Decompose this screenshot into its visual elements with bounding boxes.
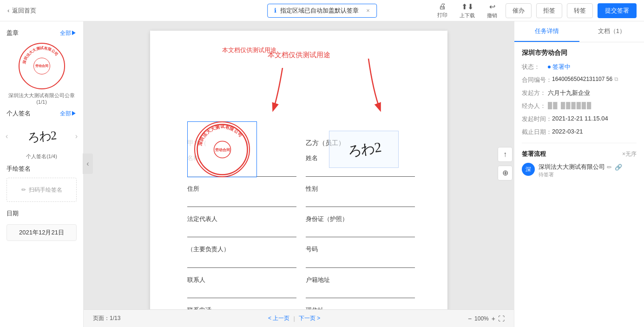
page-nav: < 上一页 | 下一页 >: [268, 314, 320, 322]
date-value[interactable]: 2021年12月21日: [7, 224, 77, 241]
divider: [522, 143, 637, 143]
left-collapse-button[interactable]: ‹: [83, 153, 93, 174]
info-row-send-time: 发起时间： 2021-12-21 11.15.04: [522, 115, 637, 123]
toast-close-button[interactable]: ×: [366, 7, 370, 14]
document-area[interactable]: 本文档仅供测试用途 本文档仅供测试用途: [84, 21, 514, 327]
company-stamp-item[interactable]: 深圳法大大测试有限公司 劳动合同 深圳法大大测试有限公司公章(1/1): [0, 40, 83, 107]
flow-info: 深圳法大大测试有限公司 ✏ 🔗 待签署: [539, 163, 637, 178]
back-arrow-icon: ‹: [7, 7, 9, 14]
transfer-button[interactable]: 转签: [567, 3, 593, 18]
seal-title: 盖章: [7, 29, 19, 37]
flow-status: 待签署: [539, 171, 637, 178]
document-page: 本文档仅供测试用途 本文档仅供测试用途: [150, 31, 447, 327]
info-row-sender: 发起方： 六月十九新企业: [522, 89, 637, 97]
upload-download-button[interactable]: ⬆⬇ 上下载: [456, 1, 479, 20]
signature-image[interactable]: ろわ2: [11, 122, 72, 150]
stamp-caption: 深圳法大大测试有限公司公章(1/1): [7, 92, 77, 105]
svg-text:深圳法大大测试有限公司: 深圳法大大测试有限公司: [197, 124, 243, 146]
sig-prev-button[interactable]: ‹: [5, 132, 9, 140]
scroll-up-button[interactable]: ↑: [498, 147, 513, 162]
hand-sign-section: ✏ 扫码手绘签名: [0, 176, 83, 204]
revoke-button[interactable]: ↩ 撤销: [483, 1, 501, 20]
revoke-label: 撤销: [487, 12, 497, 19]
scan-icon: ✏: [21, 187, 26, 193]
deadline-label: 截止日期：: [522, 128, 552, 136]
print-button[interactable]: 🖨 打印: [434, 1, 451, 20]
flow-avatar: 深: [522, 163, 535, 176]
toast-notification: ℹ 指定区域已自动加盖默认签章 ×: [267, 4, 377, 18]
fit-page-button[interactable]: ⛶: [498, 315, 505, 322]
next-page-button[interactable]: 下一页 >: [299, 314, 320, 322]
seal-all-link[interactable]: 全部▶: [60, 29, 77, 37]
send-time-value: 2021-12-21 11.15.04: [552, 115, 637, 122]
info-row-contract-no: 合同编号： 16400565042131107 56 ⧉: [522, 76, 637, 84]
employee-signature-area[interactable]: ろわ2: [329, 131, 399, 168]
back-button[interactable]: ‹ 返回首页: [7, 7, 36, 15]
flow-action-icons: ✏ 🔗: [607, 164, 622, 171]
deadline-value: 2022-03-21: [552, 128, 637, 135]
toolbar: ‹ 返回首页 ℹ 指定区域已自动加盖默认签章 × 🖨 打印 ⬆⬇ 上下载 ↩ 撤…: [0, 0, 644, 21]
info-row-deadline: 截止日期： 2022-03-21: [522, 128, 637, 136]
flow-no-limit: ×无序: [622, 150, 637, 158]
flow-item: 深 深圳法大大测试有限公司 ✏ 🔗 待签署: [522, 163, 637, 178]
watermark-label-1: 本文档仅供测试用途: [268, 48, 330, 61]
print-label: 打印: [437, 12, 447, 19]
toast-text: 指定区域已自动加盖默认签章: [280, 7, 359, 15]
signature-carousel: ‹ ろわ2 ›: [0, 120, 83, 152]
contract-title: 深圳市劳动合同: [522, 49, 637, 57]
info-row-handler: 经办人： ██ ██████: [522, 102, 637, 110]
toolbar-right: 🖨 打印 ⬆⬇ 上下载 ↩ 撤销 催办 拒签 转签 提交签署: [434, 1, 637, 20]
personal-sig-title: 个人签名: [7, 109, 31, 118]
scroll-down-button[interactable]: ⊕: [498, 166, 513, 180]
sig-next-button[interactable]: ›: [74, 132, 79, 140]
field-id-number: 号码: [306, 244, 415, 267]
contract-no-label: 合同编号：: [522, 76, 552, 84]
company-stamp-circle: 深圳法大大测试有限公司 劳动合同: [19, 43, 65, 89]
zoom-out-button[interactable]: −: [468, 315, 472, 322]
right-tabs: 任务详情 文档（1）: [514, 21, 644, 42]
employee-signature: ろわ2: [346, 134, 382, 164]
field-huji: 户籍地址: [306, 274, 415, 298]
handler-label: 经办人：: [522, 102, 548, 110]
tab-task-details[interactable]: 任务详情: [514, 21, 579, 42]
left-panel: 盖章 全部▶ 深圳法大大测试有限公司 劳动合同 深圳: [0, 21, 84, 327]
date-section: 2021年12月21日: [0, 220, 83, 245]
copy-contract-no-button[interactable]: ⧉: [614, 76, 618, 82]
status-value: 签署中: [548, 63, 637, 71]
hand-sign-placeholder: 扫码手绘签名: [29, 186, 62, 194]
info-icon: ℹ: [274, 7, 276, 14]
right-panel: 任务详情 文档（1） 深圳市劳动合同 状态： 签署中 合同编号： 1640056…: [514, 21, 644, 327]
tab-document[interactable]: 文档（1）: [579, 21, 644, 42]
zoom-in-button[interactable]: +: [492, 315, 495, 322]
personal-sig-section-header: 个人签名 全部▶: [0, 107, 83, 120]
main-container: 盖章 全部▶ 深圳法大大测试有限公司 劳动合同 深圳: [0, 21, 644, 327]
upload-label: 上下载: [460, 12, 475, 19]
submit-button[interactable]: 提交签署: [598, 3, 637, 18]
personal-sig-all-link[interactable]: 全部▶: [60, 110, 77, 118]
toast-container: ℹ 指定区域已自动加盖默认签章 ×: [267, 4, 377, 18]
date-title: 日期: [7, 209, 19, 218]
company-stamp-signature-area[interactable]: 深圳法大大测试有限公司 劳动合同: [187, 121, 257, 177]
flow-edit-icon[interactable]: ✏: [607, 164, 612, 171]
arrow-left: 本文档仅供测试用途: [264, 68, 301, 118]
field-gender: 性别: [306, 183, 415, 207]
right-panel-content: 深圳市劳动合同 状态： 签署中 合同编号： 16400565042131107 …: [514, 42, 644, 188]
date-section-header: 日期: [0, 207, 83, 220]
status-label: 状态：: [522, 63, 548, 71]
contract-no-value: 16400565042131107 56 ⧉: [552, 76, 637, 82]
left-arrow-icon: ‹: [86, 160, 89, 168]
flow-link-icon[interactable]: 🔗: [615, 164, 622, 171]
sender-value: 六月十九新企业: [548, 89, 637, 97]
flow-title: 签署流程: [522, 150, 546, 158]
back-label: 返回首页: [12, 7, 36, 15]
signature-handwriting: ろわ2: [27, 127, 57, 146]
page-nav-separator: |: [293, 315, 295, 322]
handler-value: ██ ██████: [548, 102, 637, 109]
flow-company-name: 深圳法大大测试有限公司 ✏ 🔗: [539, 163, 637, 171]
remind-button[interactable]: 催办: [506, 3, 532, 18]
print-icon: 🖨: [439, 2, 446, 11]
reject-button[interactable]: 拒签: [536, 3, 562, 18]
hand-sign-box[interactable]: ✏ 扫码手绘签名: [7, 178, 77, 202]
zoom-control: − 100% + ⛶: [468, 315, 505, 322]
prev-page-button[interactable]: < 上一页: [268, 314, 289, 322]
